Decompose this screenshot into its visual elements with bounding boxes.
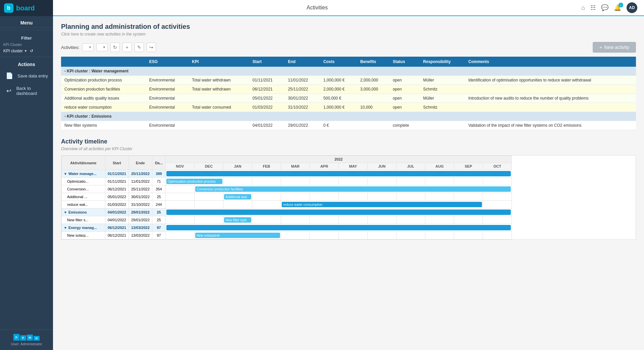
tl-group-days: 97 xyxy=(152,224,166,232)
timeline-item-1-0[interactable]: New filter s... 04/01/2022 29/01/2022 25… xyxy=(62,216,512,224)
gantt-empty-cell xyxy=(396,216,425,224)
gantt-empty-cell xyxy=(368,232,396,239)
gantt-empty-cell xyxy=(425,216,454,224)
logo-icon: b xyxy=(4,3,13,13)
table-row[interactable]: New filter systems Environmental 04/01/2… xyxy=(61,121,636,130)
gantt-empty-cell xyxy=(368,178,396,185)
table-row[interactable]: Optimization production process Environm… xyxy=(61,76,636,85)
gantt-empty-cell xyxy=(310,216,339,224)
tl-item-end: 11/01/2022 xyxy=(129,178,152,185)
tl-item-start: 06/12/2021 xyxy=(105,232,129,239)
page-subtitle: Click here to create new activities in t… xyxy=(61,32,636,37)
activities-table: ESG KPI Start End Costs Benefits Status … xyxy=(61,57,636,130)
cell-benefits xyxy=(357,121,389,130)
menu-title: Menu xyxy=(0,16,53,28)
cell-costs: 1,000,000 € xyxy=(320,103,357,112)
cell-benefits: 2,000,000 xyxy=(357,76,389,85)
col-name-header xyxy=(61,57,146,67)
cell-comments: Identification of optimisation opportuni… xyxy=(465,76,636,85)
chat-icon[interactable]: 💬 xyxy=(601,4,608,11)
col-esg-header: ESG xyxy=(146,57,189,67)
tl-group-days: 25 xyxy=(152,209,166,216)
gantt-empty-cell xyxy=(396,193,425,201)
gantt-empty-cell xyxy=(454,178,483,185)
gantt-empty-cell xyxy=(252,178,281,185)
cell-responsibility: Schmitz xyxy=(420,103,465,112)
kpi-cluster-value[interactable]: KPI cluster ▼ ↺ xyxy=(0,47,53,55)
sidebar: b board Menu Filter KPI Cluster KPI clus… xyxy=(0,0,53,350)
timeline-item-0-0[interactable]: Optimizatio... 01/11/2021 11/01/2022 71 … xyxy=(62,178,512,185)
notification-badge: 1 xyxy=(619,3,623,7)
cell-start: 06/12/2021 xyxy=(249,85,285,94)
tl-item-end: 25/11/2022 xyxy=(129,185,152,193)
second-select[interactable] xyxy=(96,43,108,51)
save-data-entry-button[interactable]: 📄 Save data entry xyxy=(0,68,53,83)
gantt-empty-cell xyxy=(281,178,310,185)
tl-item-name: Conversion... xyxy=(62,185,105,193)
timeline-group-2: ▼Energy manag... 06/12/2021 13/03/2022 9… xyxy=(62,224,512,232)
home-icon[interactable]: ⌂ xyxy=(581,4,585,11)
cell-costs: 1,000,000 € xyxy=(320,76,357,85)
tl-month-nov: NOV xyxy=(166,163,195,170)
back-to-dashboard-button[interactable]: ↩ Back to dashboard xyxy=(0,83,53,99)
gantt-empty-cell xyxy=(252,216,281,224)
refresh-icon[interactable]: ↺ xyxy=(30,49,33,53)
new-activity-button[interactable]: + New activity xyxy=(593,42,636,53)
col-costs-header: Costs xyxy=(320,57,357,67)
cell-status: open xyxy=(389,103,420,112)
tl-item-days: 354 xyxy=(152,185,166,193)
cell-start: 01/11/2021 xyxy=(249,76,285,85)
timeline-item-0-3[interactable]: reduce wat... 01/03/2022 31/10/2022 244 … xyxy=(62,201,512,209)
actions-title: Actions xyxy=(0,59,53,68)
tl-month-feb: FEB xyxy=(252,163,281,170)
cell-costs: 500,000 € xyxy=(320,94,357,103)
edit-toolbar-icon[interactable]: ✎ xyxy=(135,43,144,52)
gantt-empty-cell xyxy=(339,216,368,224)
tl-month-apr: APR xyxy=(310,163,339,170)
gantt-empty-cell xyxy=(454,232,483,239)
content-area: Planning and administration of activitie… xyxy=(53,16,644,350)
gantt-empty-cell xyxy=(396,178,425,185)
avatar[interactable]: AD xyxy=(627,2,637,13)
activities-select[interactable] xyxy=(82,43,94,51)
gantt-empty-cell xyxy=(454,216,483,224)
timeline-item-2-0[interactable]: New solarp... 06/12/2021 13/03/2022 97 N… xyxy=(62,232,512,239)
plus-icon: + xyxy=(599,45,602,50)
refresh-toolbar-icon[interactable]: ↻ xyxy=(110,43,120,52)
timeline-item-0-1[interactable]: Conversion... 06/12/2021 25/11/2022 354 … xyxy=(62,185,512,193)
cell-name: Additional audits quality issues xyxy=(61,94,146,103)
gantt-empty-cell xyxy=(281,193,310,201)
gantt-empty-cell xyxy=(223,201,252,209)
table-row[interactable]: reduce water consumption Environmental T… xyxy=(61,103,636,112)
gantt-empty-cell xyxy=(483,232,512,239)
tl-group-end: 13/03/2022 xyxy=(129,224,152,232)
activities-select-wrap xyxy=(82,43,94,51)
gantt-empty-cell xyxy=(166,232,195,239)
cell-end: 31/10/2022 xyxy=(284,103,320,112)
redo-toolbar-icon[interactable]: ↪ xyxy=(147,43,156,52)
group-label-water: - KPI cluster : Water management xyxy=(61,67,636,76)
tl-month-dec: DEC xyxy=(195,163,223,170)
tl-item-days: 25 xyxy=(152,216,166,224)
cell-end: 11/01/2022 xyxy=(284,76,320,85)
cell-esg: Environmental xyxy=(146,76,189,85)
timeline-item-0-2[interactable]: Additional ... 05/01/2022 30/01/2022 25 … xyxy=(62,193,512,201)
table-row[interactable]: Additional audits quality issues Environ… xyxy=(61,94,636,103)
tl-group-start: 04/01/2022 xyxy=(105,209,129,216)
tl-month-jan: JAN xyxy=(223,163,252,170)
notification-icon[interactable]: 🔔 1 xyxy=(614,4,621,11)
filter-title: Filter xyxy=(0,32,53,42)
cell-status: open xyxy=(389,76,420,85)
tl-item-days: 97 xyxy=(152,232,166,239)
cell-responsibility xyxy=(420,121,465,130)
cell-start: 04/01/2022 xyxy=(249,121,285,130)
gantt-empty-cell xyxy=(252,201,281,209)
tl-item-name: reduce wat... xyxy=(62,201,105,209)
tl-item-name: Optimizatio... xyxy=(62,178,105,185)
gantt-empty-cell xyxy=(195,216,223,224)
table-row[interactable]: Conversion production facilities Environ… xyxy=(61,85,636,94)
cell-costs: 2,000,000 € xyxy=(320,85,357,94)
tl-group-name: ▼Water manage... xyxy=(62,170,105,178)
grid-icon[interactable]: ☷ xyxy=(590,4,596,11)
add-toolbar-icon[interactable]: + xyxy=(122,43,132,52)
